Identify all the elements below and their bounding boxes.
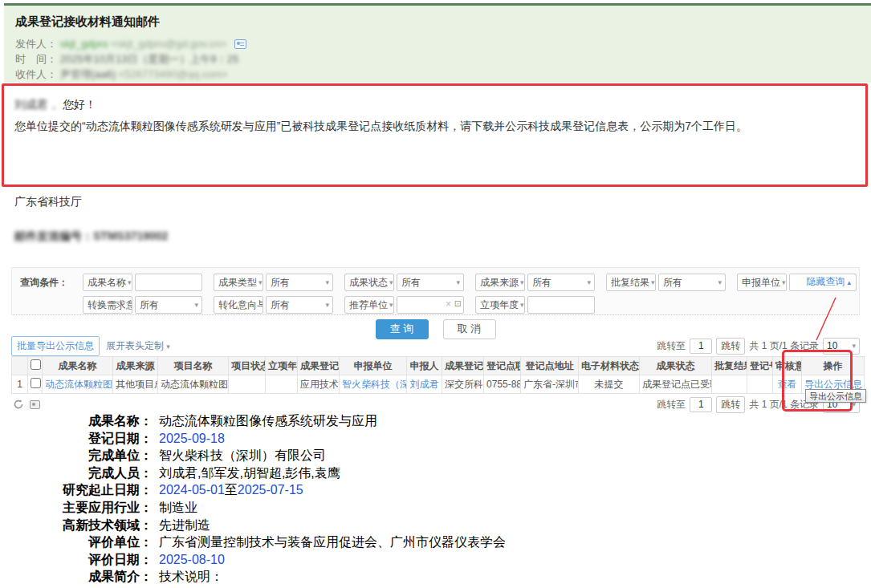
filter-field-select[interactable]: 申报单位▾	[737, 274, 787, 291]
chevron-down-icon: ▾	[520, 278, 524, 286]
filter-group: 成果来源▾所有▾	[475, 274, 595, 291]
filter-group: 立项年度▾	[475, 296, 595, 314]
detail-value: 2025-08-10	[153, 551, 225, 569]
header-project-year: 立项年度	[266, 357, 298, 375]
expand-header-link[interactable]: 展开表头定制 ▾	[106, 339, 170, 353]
detail-date-value: 2025-07-15	[238, 483, 303, 497]
email-subject: 成果登记接收材料通知邮件	[15, 14, 160, 28]
filter-field-select[interactable]: 转换需求意▾	[83, 296, 132, 314]
goto-label: 跳转至	[657, 339, 686, 353]
picker-icon[interactable]: ⊡	[454, 298, 462, 309]
page-size-select[interactable]: 10▾	[823, 338, 860, 355]
filter-value-select[interactable]: 所有▾	[135, 296, 202, 314]
query-panel: 查询条件： 成果名称▾成果类型▾所有▾成果状态▾所有▾成果来源▾所有▾批复结果▾…	[11, 267, 860, 343]
cell-applicant-unit[interactable]: 智火柴科技（深圳）有...	[340, 375, 407, 394]
detail-text-value: 制造业	[159, 501, 197, 514]
filter-field-select[interactable]: 成果名称▾	[83, 274, 132, 291]
header-seq	[12, 357, 28, 375]
clear-icon[interactable]: ×	[446, 298, 451, 310]
detail-row: 主要应用行业：制造业	[47, 499, 506, 517]
chevron-down-icon: ▾	[325, 301, 329, 309]
filter-input-wrap	[527, 296, 595, 314]
cell-applicant[interactable]: 刘成君	[407, 375, 442, 394]
email-header: 成果登记接收材料通知邮件 发件人： skjt_gdpro <skjt_gdpro…	[4, 3, 871, 83]
to-label: 收件人：	[15, 68, 57, 80]
filter-field-select[interactable]: 立项年度▾	[475, 296, 525, 314]
page: 成果登记接收材料通知邮件 发件人： skjt_gdpro <skjt_gdpro…	[0, 0, 871, 588]
detail-text-value: 先进制造	[159, 518, 210, 532]
filter-field-select[interactable]: 批复结果▾	[606, 274, 656, 291]
cell-achievement-name[interactable]: 动态流体颗粒图像传感...	[43, 375, 113, 394]
detail-value: 刘成君,邹军发,胡智超,彭伟,袁鹰	[153, 464, 340, 482]
contact-card-icon[interactable]	[234, 39, 246, 49]
filter-field-label: 立项年度	[480, 298, 519, 312]
filter-input[interactable]	[527, 296, 595, 314]
filter-field-select[interactable]: 推荐单位▾	[344, 296, 394, 314]
detail-label: 高新技术领域：	[47, 517, 153, 534]
filter-value-select[interactable]: 所有▾	[266, 274, 333, 291]
filter-field-select[interactable]: 转化意向与▾	[214, 296, 263, 314]
filter-value-label: 所有	[401, 276, 421, 290]
query-filters: 查询条件： 成果名称▾成果类型▾所有▾成果状态▾所有▾成果来源▾所有▾批复结果▾…	[11, 267, 860, 315]
header-achievement-source: 成果来源	[113, 357, 158, 375]
detail-text-value: 至	[225, 483, 238, 497]
goto-page-input[interactable]	[690, 339, 712, 354]
search-button[interactable]: 查 询	[376, 319, 429, 339]
chevron-down-icon: ▾	[520, 301, 524, 309]
detail-label: 成果名称：	[47, 412, 153, 430]
detail-label: 完成单位：	[47, 447, 153, 464]
filter-group: 批复结果▾所有▾	[606, 274, 726, 291]
detail-value: 制造业	[153, 499, 197, 517]
table-footer: 跳转至跳转共 1 页/1 条记录10▾	[11, 395, 860, 413]
header-ematerial-status: 电子材料状态	[579, 357, 640, 375]
row-checkbox[interactable]	[31, 378, 41, 388]
batch-export-button[interactable]: 批量导出公示信息	[11, 336, 100, 356]
filter-field-select[interactable]: 成果来源▾	[475, 274, 525, 291]
goto-page-input[interactable]	[690, 397, 712, 412]
detail-row: 高新技术领域：先进制造	[47, 517, 506, 534]
filter-value-select[interactable]: 所有▾	[266, 296, 333, 314]
cancel-button[interactable]: 取 消	[443, 319, 496, 339]
detail-text-value: 刘成君,邹军发,胡智超,彭伟,袁鹰	[159, 466, 340, 480]
achievement-details: 成果名称：动态流体颗粒图像传感系统研发与应用登记日期：2025-09-18完成单…	[47, 412, 506, 586]
grid-toolbar: 批量导出公示信息 展开表头定制 ▾ 跳转至跳转共 1 页/1 条记录10▾	[11, 337, 860, 355]
filter-value-select[interactable]: 所有▾	[658, 274, 726, 291]
cell-registration-point: 深交所科技...	[442, 375, 484, 394]
header-applicant: 申报人	[407, 357, 442, 375]
filter-field-select[interactable]: 成果类型▾	[214, 274, 263, 291]
snapshot-icon[interactable]	[30, 400, 40, 409]
filter-input[interactable]	[135, 274, 202, 291]
filter-value-label: 所有	[271, 276, 290, 290]
detail-label: 研究起止日期：	[47, 481, 153, 499]
detail-date-value: 2025-08-10	[159, 553, 225, 566]
goto-button[interactable]: 跳转	[716, 396, 745, 413]
from-address: <skjt_gdpro@gd.gov.cn>	[111, 38, 226, 50]
detail-label: 主要应用行业：	[47, 499, 153, 517]
detail-label: 完成人员：	[47, 464, 153, 482]
filter-value-select[interactable]: 所有▾	[527, 274, 595, 291]
filter-input-wrap	[135, 274, 202, 291]
detail-row: 完成人员：刘成君,邹军发,胡智超,彭伟,袁鹰	[47, 464, 506, 482]
goto-button[interactable]: 跳转	[716, 338, 745, 355]
detail-label: 成果简介：	[47, 568, 153, 586]
refresh-icon[interactable]	[13, 399, 24, 410]
detail-row: 成果简介：技术说明：	[47, 568, 506, 586]
to-address: <526773490@qq.com>	[119, 68, 228, 80]
header-registration-contact: 登记点联系方式	[484, 357, 521, 375]
cell-approval-result	[712, 375, 747, 394]
cell-review-opinion[interactable]: 查看	[773, 375, 802, 394]
chevron-down-icon: ▾	[587, 278, 591, 286]
detail-text-value: 智火柴科技（深圳）有限公司	[159, 448, 326, 462]
header-approval-result: 批复结果	[712, 357, 747, 375]
filter-field-label: 申报单位	[742, 276, 780, 290]
detail-value: 广东省测量控制技术与装备应用促进会、广州市仪器仪表学会	[153, 533, 506, 551]
filter-field-label: 成果状态	[349, 276, 388, 290]
header-registration-type: 成果登记类型	[298, 357, 340, 375]
filter-field-label: 成果名称	[88, 276, 126, 290]
filter-field-select[interactable]: 成果状态▾	[344, 274, 394, 291]
filter-value-select[interactable]: 所有▾	[397, 274, 464, 291]
cell-project-status	[229, 375, 266, 394]
hide-query-link[interactable]: 隐藏查询 ▴	[806, 275, 851, 289]
select-all-checkbox[interactable]	[31, 359, 41, 370]
detail-row: 成果名称：动态流体颗粒图像传感系统研发与应用	[47, 412, 506, 430]
